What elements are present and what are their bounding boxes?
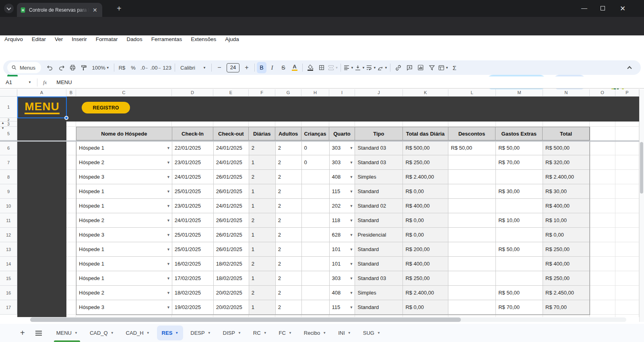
toolbar-search[interactable]: Menus <box>7 62 41 73</box>
cell[interactable]: 1 <box>249 242 276 257</box>
font-select[interactable]: Calibri▼ <box>177 62 209 73</box>
cell[interactable]: Hóspede 2▼ <box>76 213 172 228</box>
cell[interactable]: 628▼ <box>330 228 355 242</box>
cell[interactable]: R$ 250,00 <box>403 271 448 286</box>
column-header-B[interactable]: B <box>66 89 76 97</box>
table-column-header[interactable]: Total das Diária <box>403 127 448 140</box>
browser-tab[interactable]: Controle de Reservas para Hoté ✕ <box>17 3 102 17</box>
name-box-dropdown-icon[interactable]: ▼ <box>28 80 31 84</box>
cell[interactable] <box>448 228 496 242</box>
column-header-N[interactable]: N <box>543 89 590 97</box>
menu-arquivo[interactable]: Arquivo <box>0 35 27 43</box>
text-color-button[interactable]: A <box>289 62 300 73</box>
decrease-decimal-button[interactable]: .0← <box>139 62 150 73</box>
sheet-tab-cad_q[interactable]: CAD_Q▼ <box>85 324 119 342</box>
cell[interactable] <box>448 170 496 184</box>
cell[interactable]: 18/02/2025 <box>214 271 249 286</box>
cell[interactable]: 16/02/2025 <box>172 257 214 271</box>
sheet-tab-dropdown-icon[interactable]: ▼ <box>208 331 211 335</box>
cell[interactable]: 0 <box>302 141 330 155</box>
cell[interactable]: R$ 30,00 <box>543 184 590 199</box>
cell[interactable]: 2 <box>276 155 302 170</box>
tab-search-button[interactable] <box>4 4 14 13</box>
cell[interactable] <box>448 271 496 286</box>
vertical-align-button[interactable]: ▼ <box>354 62 365 73</box>
cell[interactable]: 25/01/2025 <box>172 184 214 199</box>
format-percent-button[interactable]: % <box>128 62 139 73</box>
cell[interactable] <box>496 199 543 213</box>
cell[interactable]: 2 <box>249 170 276 184</box>
column-header-D[interactable]: D <box>172 89 213 97</box>
cell[interactable]: 20/02/2025 <box>214 300 249 315</box>
cell[interactable] <box>448 242 496 257</box>
add-sheet-button[interactable]: + <box>20 328 25 338</box>
cell[interactable]: R$ 2.400,00 <box>403 170 448 184</box>
cell[interactable] <box>448 286 496 300</box>
vertical-scrollbar-thumb[interactable] <box>640 142 643 194</box>
cell-dropdown-icon[interactable]: ▼ <box>167 291 170 295</box>
table-column-header[interactable]: Gastos Extras <box>495 127 543 140</box>
cell[interactable] <box>302 271 330 286</box>
cell[interactable]: R$ 70,00 <box>496 155 543 170</box>
cell[interactable]: R$ 400,00 <box>403 257 448 271</box>
cell[interactable]: R$ 10,00 <box>543 213 590 228</box>
cell[interactable]: Standard 03 <box>355 141 403 155</box>
cell-dropdown-icon[interactable]: ▼ <box>350 233 353 237</box>
cell[interactable]: 23/01/2025 <box>172 155 214 170</box>
sheet-tab-sug[interactable]: SUG▼ <box>358 324 385 342</box>
cell[interactable]: Standard <box>355 257 403 271</box>
cell[interactable]: 2 <box>276 184 302 199</box>
cell[interactable]: R$ 50,00 <box>448 141 496 155</box>
horizontal-scrollbar-thumb[interactable] <box>30 317 461 322</box>
cell[interactable]: 2 <box>249 286 276 300</box>
cell[interactable]: 303▼ <box>330 155 355 170</box>
cell[interactable] <box>302 170 330 184</box>
cell[interactable]: Presidencial <box>355 228 403 242</box>
format-currency-button[interactable]: R$ <box>116 62 128 73</box>
cell-dropdown-icon[interactable]: ▼ <box>167 262 170 266</box>
cell-dropdown-icon[interactable]: ▼ <box>350 190 353 194</box>
cell[interactable] <box>302 228 330 242</box>
cell[interactable] <box>448 155 496 170</box>
cell[interactable]: 1 <box>249 228 276 242</box>
cell[interactable]: Hóspede 3▼ <box>76 300 172 315</box>
cell[interactable]: 101▼ <box>330 257 355 271</box>
more-formats-button[interactable]: 123 <box>161 62 173 73</box>
cell-dropdown-icon[interactable]: ▼ <box>167 161 170 165</box>
cell-dropdown-icon[interactable]: ▼ <box>350 204 353 208</box>
cell[interactable]: 2 <box>276 271 302 286</box>
sheet-tab-dropdown-icon[interactable]: ▼ <box>147 331 150 335</box>
increase-decimal-button[interactable]: .00→ <box>150 62 161 73</box>
cell[interactable]: 2 <box>249 141 276 155</box>
cell[interactable]: 1 <box>249 184 276 199</box>
paint-format-button[interactable] <box>78 62 89 73</box>
cell[interactable]: 2 <box>276 300 302 315</box>
cell[interactable]: Hóspede 2▼ <box>76 155 172 170</box>
row-header-17[interactable]: 17 <box>0 300 17 315</box>
menu-editar[interactable]: Editar <box>27 35 50 43</box>
table-column-header[interactable]: Tipo <box>355 127 403 140</box>
cell[interactable] <box>448 199 496 213</box>
cell[interactable]: R$ 0,00 <box>403 213 448 228</box>
cell[interactable]: Standard 02 <box>355 199 403 213</box>
cell[interactable]: 19/02/2025 <box>172 300 214 315</box>
decrease-font-size-button[interactable]: − <box>214 62 225 73</box>
cell[interactable]: Hóspede 2▼ <box>76 286 172 300</box>
menu-ferramentas[interactable]: Ferramentas <box>147 35 187 43</box>
collapse-toolbar-button[interactable] <box>624 62 635 73</box>
cell[interactable]: Hóspede 1▼ <box>76 242 172 257</box>
insert-link-button[interactable] <box>392 62 404 73</box>
row-header-10[interactable]: 10 <box>0 199 17 213</box>
sheet-tab-dropdown-icon[interactable]: ▼ <box>377 331 380 335</box>
cell[interactable]: 18/02/2025 <box>172 286 214 300</box>
cell[interactable]: 24/01/2025 <box>172 170 214 184</box>
row-header-7[interactable]: 7 <box>0 155 17 170</box>
row-header-16[interactable]: 16 <box>0 286 17 300</box>
cell[interactable] <box>448 184 496 199</box>
cell[interactable] <box>448 300 496 315</box>
table-column-header[interactable]: Quarto <box>329 127 355 140</box>
row-group-expand-up-icon[interactable]: ▲ <box>0 121 5 126</box>
table-views-button[interactable]: ▼ <box>438 62 449 73</box>
cell[interactable]: 2 <box>276 228 302 242</box>
all-sheets-icon[interactable] <box>35 331 42 336</box>
